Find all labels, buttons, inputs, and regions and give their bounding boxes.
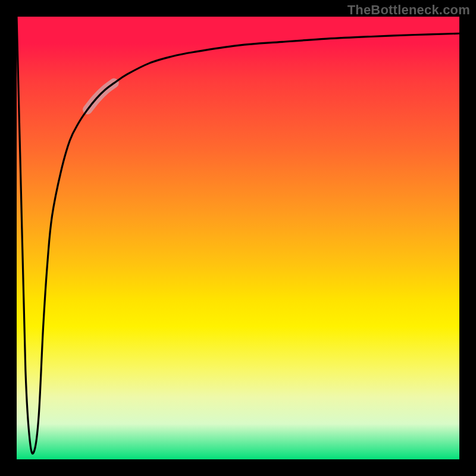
main-curve [17,17,459,453]
chart-frame: TheBottleneck.com [0,0,476,476]
watermark-text: TheBottleneck.com [347,2,470,18]
curve-layer [17,17,459,459]
plot-area [17,17,459,459]
